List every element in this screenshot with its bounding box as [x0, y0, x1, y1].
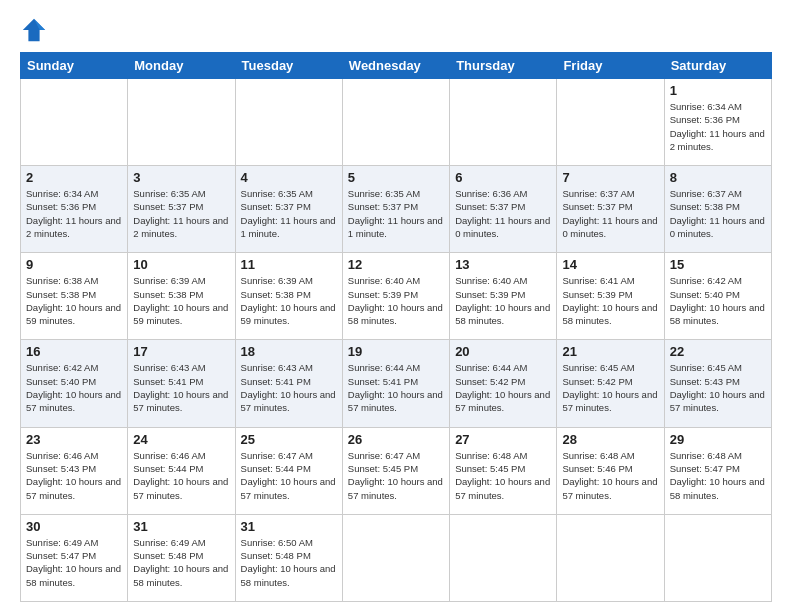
- day-number: 30: [26, 519, 122, 534]
- calendar-cell: 3Sunrise: 6:35 AMSunset: 5:37 PMDaylight…: [128, 166, 235, 253]
- day-number: 25: [241, 432, 337, 447]
- day-number: 11: [241, 257, 337, 272]
- calendar-cell: 2Sunrise: 6:34 AMSunset: 5:36 PMDaylight…: [21, 166, 128, 253]
- week-row-5: 30Sunrise: 6:49 AMSunset: 5:47 PMDayligh…: [21, 514, 772, 601]
- day-number: 31: [133, 519, 229, 534]
- cell-info: Sunrise: 6:43 AMSunset: 5:41 PMDaylight:…: [241, 361, 337, 414]
- cell-info: Sunrise: 6:45 AMSunset: 5:43 PMDaylight:…: [670, 361, 766, 414]
- calendar-cell: 7Sunrise: 6:37 AMSunset: 5:37 PMDaylight…: [557, 166, 664, 253]
- calendar-cell: 26Sunrise: 6:47 AMSunset: 5:45 PMDayligh…: [342, 427, 449, 514]
- cell-info: Sunrise: 6:42 AMSunset: 5:40 PMDaylight:…: [26, 361, 122, 414]
- cell-info: Sunrise: 6:39 AMSunset: 5:38 PMDaylight:…: [133, 274, 229, 327]
- calendar-cell: 28Sunrise: 6:48 AMSunset: 5:46 PMDayligh…: [557, 427, 664, 514]
- day-number: 8: [670, 170, 766, 185]
- calendar-cell: 31Sunrise: 6:49 AMSunset: 5:48 PMDayligh…: [128, 514, 235, 601]
- cell-info: Sunrise: 6:47 AMSunset: 5:44 PMDaylight:…: [241, 449, 337, 502]
- cell-info: Sunrise: 6:48 AMSunset: 5:46 PMDaylight:…: [562, 449, 658, 502]
- cell-info: Sunrise: 6:35 AMSunset: 5:37 PMDaylight:…: [348, 187, 444, 240]
- cell-info: Sunrise: 6:40 AMSunset: 5:39 PMDaylight:…: [348, 274, 444, 327]
- week-row-3: 16Sunrise: 6:42 AMSunset: 5:40 PMDayligh…: [21, 340, 772, 427]
- calendar-cell: 5Sunrise: 6:35 AMSunset: 5:37 PMDaylight…: [342, 166, 449, 253]
- calendar-cell: 29Sunrise: 6:48 AMSunset: 5:47 PMDayligh…: [664, 427, 771, 514]
- cell-info: Sunrise: 6:38 AMSunset: 5:38 PMDaylight:…: [26, 274, 122, 327]
- week-row-4: 23Sunrise: 6:46 AMSunset: 5:43 PMDayligh…: [21, 427, 772, 514]
- day-number: 26: [348, 432, 444, 447]
- day-number: 2: [26, 170, 122, 185]
- day-header-tuesday: Tuesday: [235, 53, 342, 79]
- day-number: 1: [670, 83, 766, 98]
- day-number: 22: [670, 344, 766, 359]
- day-number: 18: [241, 344, 337, 359]
- day-number: 13: [455, 257, 551, 272]
- calendar-cell: 30Sunrise: 6:49 AMSunset: 5:47 PMDayligh…: [21, 514, 128, 601]
- day-number: 23: [26, 432, 122, 447]
- cell-info: Sunrise: 6:43 AMSunset: 5:41 PMDaylight:…: [133, 361, 229, 414]
- calendar-cell: 10Sunrise: 6:39 AMSunset: 5:38 PMDayligh…: [128, 253, 235, 340]
- cell-info: Sunrise: 6:37 AMSunset: 5:38 PMDaylight:…: [670, 187, 766, 240]
- calendar-cell: 14Sunrise: 6:41 AMSunset: 5:39 PMDayligh…: [557, 253, 664, 340]
- calendar-cell: 15Sunrise: 6:42 AMSunset: 5:40 PMDayligh…: [664, 253, 771, 340]
- day-number: 27: [455, 432, 551, 447]
- cell-info: Sunrise: 6:47 AMSunset: 5:45 PMDaylight:…: [348, 449, 444, 502]
- cell-info: Sunrise: 6:48 AMSunset: 5:47 PMDaylight:…: [670, 449, 766, 502]
- week-row-1: 2Sunrise: 6:34 AMSunset: 5:36 PMDaylight…: [21, 166, 772, 253]
- calendar-cell: 20Sunrise: 6:44 AMSunset: 5:42 PMDayligh…: [450, 340, 557, 427]
- logo-area: [20, 16, 52, 44]
- day-number: 9: [26, 257, 122, 272]
- cell-info: Sunrise: 6:49 AMSunset: 5:48 PMDaylight:…: [133, 536, 229, 589]
- cell-info: Sunrise: 6:37 AMSunset: 5:37 PMDaylight:…: [562, 187, 658, 240]
- cell-info: Sunrise: 6:41 AMSunset: 5:39 PMDaylight:…: [562, 274, 658, 327]
- week-row-0: 1Sunrise: 6:34 AMSunset: 5:36 PMDaylight…: [21, 79, 772, 166]
- day-number: 10: [133, 257, 229, 272]
- header: [20, 16, 772, 44]
- calendar-cell: [557, 514, 664, 601]
- calendar-cell: 31Sunrise: 6:50 AMSunset: 5:48 PMDayligh…: [235, 514, 342, 601]
- calendar-cell: 4Sunrise: 6:35 AMSunset: 5:37 PMDaylight…: [235, 166, 342, 253]
- logo-icon: [20, 16, 48, 44]
- calendar-cell: 23Sunrise: 6:46 AMSunset: 5:43 PMDayligh…: [21, 427, 128, 514]
- day-header-monday: Monday: [128, 53, 235, 79]
- calendar-cell: [21, 79, 128, 166]
- cell-info: Sunrise: 6:44 AMSunset: 5:41 PMDaylight:…: [348, 361, 444, 414]
- day-number: 24: [133, 432, 229, 447]
- calendar-cell: 16Sunrise: 6:42 AMSunset: 5:40 PMDayligh…: [21, 340, 128, 427]
- calendar-cell: 9Sunrise: 6:38 AMSunset: 5:38 PMDaylight…: [21, 253, 128, 340]
- day-header-sunday: Sunday: [21, 53, 128, 79]
- calendar-cell: [450, 514, 557, 601]
- cell-info: Sunrise: 6:42 AMSunset: 5:40 PMDaylight:…: [670, 274, 766, 327]
- day-number: 4: [241, 170, 337, 185]
- cell-info: Sunrise: 6:40 AMSunset: 5:39 PMDaylight:…: [455, 274, 551, 327]
- calendar-cell: [664, 514, 771, 601]
- day-number: 16: [26, 344, 122, 359]
- calendar-cell: 18Sunrise: 6:43 AMSunset: 5:41 PMDayligh…: [235, 340, 342, 427]
- calendar-cell: 8Sunrise: 6:37 AMSunset: 5:38 PMDaylight…: [664, 166, 771, 253]
- cell-info: Sunrise: 6:46 AMSunset: 5:44 PMDaylight:…: [133, 449, 229, 502]
- calendar-cell: 1Sunrise: 6:34 AMSunset: 5:36 PMDaylight…: [664, 79, 771, 166]
- calendar-cell: [342, 79, 449, 166]
- day-number: 21: [562, 344, 658, 359]
- cell-info: Sunrise: 6:34 AMSunset: 5:36 PMDaylight:…: [26, 187, 122, 240]
- day-number: 19: [348, 344, 444, 359]
- week-row-2: 9Sunrise: 6:38 AMSunset: 5:38 PMDaylight…: [21, 253, 772, 340]
- cell-info: Sunrise: 6:48 AMSunset: 5:45 PMDaylight:…: [455, 449, 551, 502]
- calendar-cell: [235, 79, 342, 166]
- day-header-thursday: Thursday: [450, 53, 557, 79]
- calendar-cell: 22Sunrise: 6:45 AMSunset: 5:43 PMDayligh…: [664, 340, 771, 427]
- calendar-cell: 25Sunrise: 6:47 AMSunset: 5:44 PMDayligh…: [235, 427, 342, 514]
- day-number: 14: [562, 257, 658, 272]
- calendar-table: SundayMondayTuesdayWednesdayThursdayFrid…: [20, 52, 772, 602]
- calendar-cell: 24Sunrise: 6:46 AMSunset: 5:44 PMDayligh…: [128, 427, 235, 514]
- day-number: 12: [348, 257, 444, 272]
- calendar-header-row: SundayMondayTuesdayWednesdayThursdayFrid…: [21, 53, 772, 79]
- page: SundayMondayTuesdayWednesdayThursdayFrid…: [0, 0, 792, 612]
- day-number: 3: [133, 170, 229, 185]
- calendar-cell: 12Sunrise: 6:40 AMSunset: 5:39 PMDayligh…: [342, 253, 449, 340]
- calendar-cell: 21Sunrise: 6:45 AMSunset: 5:42 PMDayligh…: [557, 340, 664, 427]
- day-number: 17: [133, 344, 229, 359]
- day-number: 20: [455, 344, 551, 359]
- cell-info: Sunrise: 6:39 AMSunset: 5:38 PMDaylight:…: [241, 274, 337, 327]
- cell-info: Sunrise: 6:49 AMSunset: 5:47 PMDaylight:…: [26, 536, 122, 589]
- cell-info: Sunrise: 6:36 AMSunset: 5:37 PMDaylight:…: [455, 187, 551, 240]
- calendar-cell: 17Sunrise: 6:43 AMSunset: 5:41 PMDayligh…: [128, 340, 235, 427]
- day-header-saturday: Saturday: [664, 53, 771, 79]
